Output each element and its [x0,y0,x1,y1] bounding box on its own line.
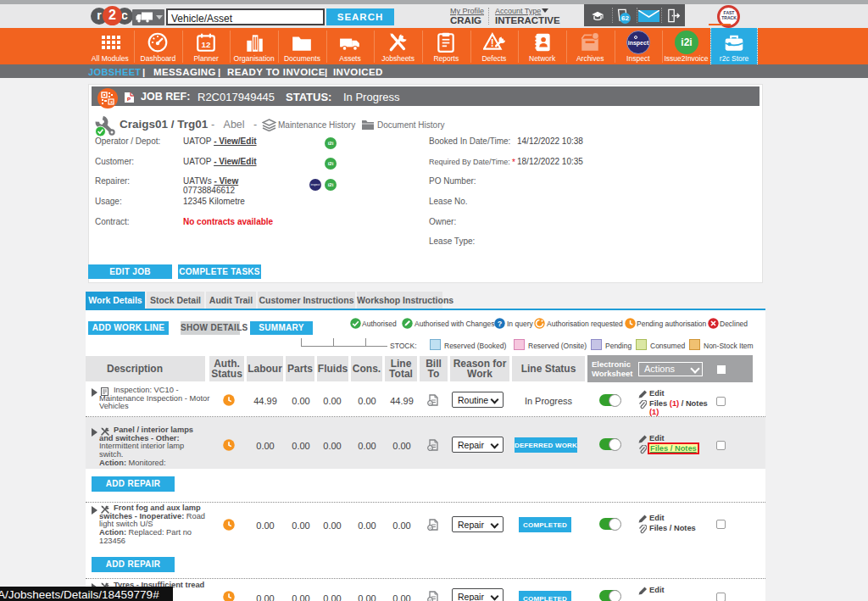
svg-text:!: ! [491,37,494,49]
svg-text:?: ? [498,320,503,328]
svg-text:P: P [127,97,131,102]
svg-text:12: 12 [202,40,211,49]
